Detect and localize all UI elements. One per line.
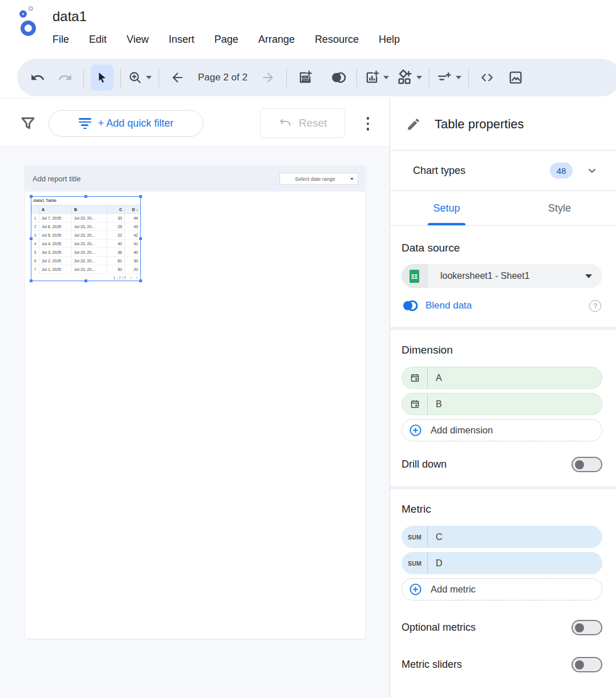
community-visualizations-button[interactable] xyxy=(396,65,422,90)
metric-field-d[interactable]: SUM D xyxy=(402,552,602,574)
toolbar-divider xyxy=(356,68,357,87)
zoom-tool-button[interactable] xyxy=(128,65,152,90)
sum-aggregation-chip[interactable]: SUM xyxy=(402,553,428,574)
metric-field-label: C xyxy=(428,532,443,542)
toolbar: Page 2 of 2 xyxy=(17,59,616,96)
metric-sliders-toggle[interactable] xyxy=(572,657,602,672)
blend-data-link[interactable]: Blend data xyxy=(425,300,472,311)
data-source-chip[interactable]: lookersheet1 - Sheet1 xyxy=(402,264,602,288)
toolbar-divider xyxy=(159,68,159,87)
sum-aggregation-chip[interactable]: SUM xyxy=(402,526,428,547)
dimension-field-b[interactable]: B xyxy=(402,393,602,415)
toolbar-divider xyxy=(286,68,287,87)
dimension-section: Dimension A B Add dimension Drill down xyxy=(390,330,616,472)
resize-handle[interactable] xyxy=(139,195,142,198)
pagination-prev-button[interactable]: ‹ xyxy=(131,276,132,280)
table-widget[interactable]: data1 Table A B C D ↓ 1Jul 7, 2025Jul 23… xyxy=(31,197,140,281)
resize-handle[interactable] xyxy=(139,279,142,282)
undo-button[interactable] xyxy=(26,65,49,90)
redo-button[interactable] xyxy=(54,65,76,90)
resize-handle[interactable] xyxy=(84,195,87,198)
report-header-band: Add report title Select date range xyxy=(25,165,365,192)
pencil-edit-icon xyxy=(406,117,421,132)
dimension-field-a[interactable]: A xyxy=(402,367,602,389)
more-options-button[interactable] xyxy=(363,112,372,135)
optional-metrics-row: Optional metrics xyxy=(402,620,602,635)
menu-page[interactable]: Page xyxy=(214,34,238,46)
menu-insert[interactable]: Insert xyxy=(169,34,194,46)
add-dimension-button[interactable]: Add dimension xyxy=(402,419,602,441)
row-number-header xyxy=(32,205,39,214)
report-title-placeholder[interactable]: Add report title xyxy=(33,174,81,183)
add-quick-filter-label: + Add quick filter xyxy=(98,117,174,129)
add-metric-button[interactable]: Add metric xyxy=(402,578,602,600)
metric-field-label: D xyxy=(428,558,443,569)
chevron-down-icon[interactable] xyxy=(585,164,599,177)
column-header-d[interactable]: D ↓ xyxy=(125,205,141,214)
add-dimension-label: Add dimension xyxy=(431,425,493,436)
column-header-c[interactable]: C xyxy=(107,205,125,214)
column-header-b[interactable]: B xyxy=(72,205,107,214)
add-control-button[interactable] xyxy=(436,65,461,90)
toolbar-divider xyxy=(468,68,469,87)
page-indicator[interactable]: Page 2 of 2 xyxy=(198,72,248,83)
tab-setup[interactable]: Setup xyxy=(390,191,503,225)
report-canvas[interactable]: Add report title Select date range data1… xyxy=(0,148,390,698)
menu-resource[interactable]: Resource xyxy=(315,34,359,46)
toolbar-divider xyxy=(83,68,84,87)
table-widget-title: data1 Table xyxy=(31,197,140,205)
next-page-button[interactable] xyxy=(257,65,279,90)
add-data-icon xyxy=(297,70,313,86)
resize-handle[interactable] xyxy=(139,237,142,240)
looker-studio-logo-icon[interactable] xyxy=(15,6,44,38)
dimension-heading: Dimension xyxy=(402,344,602,356)
select-cursor-icon xyxy=(96,71,108,84)
optional-metrics-label: Optional metrics xyxy=(402,622,476,634)
menu-arrange[interactable]: Arrange xyxy=(258,34,295,46)
logo-ring-large xyxy=(21,21,36,36)
add-image-button[interactable] xyxy=(504,65,527,90)
table-header-row: A B C D ↓ xyxy=(32,205,141,214)
report-page[interactable]: Add report title Select date range data1… xyxy=(25,165,365,639)
table-row: 1Jul 7, 2025Jul 23, 20...3344 xyxy=(32,214,141,222)
add-data-button[interactable] xyxy=(294,65,317,90)
menu-view[interactable]: View xyxy=(127,34,149,46)
menu-file[interactable]: File xyxy=(52,34,69,46)
resize-handle[interactable] xyxy=(30,195,33,198)
pagination-label: 1 - 7 / 7 xyxy=(114,276,126,280)
column-header-a[interactable]: A xyxy=(39,205,72,214)
drill-down-toggle[interactable] xyxy=(572,457,602,472)
logo-ring-medium xyxy=(19,10,27,18)
embed-code-button[interactable] xyxy=(476,65,499,90)
active-tab-underline xyxy=(428,223,465,225)
resize-handle[interactable] xyxy=(30,237,33,240)
date-range-control[interactable]: Select date range xyxy=(279,173,358,185)
add-chart-icon xyxy=(364,70,380,86)
blend-data-button[interactable] xyxy=(327,65,350,90)
chart-types-row[interactable]: Chart types 48 xyxy=(390,151,616,191)
menu-edit[interactable]: Edit xyxy=(89,34,107,46)
report-title[interactable]: data1 xyxy=(52,9,87,25)
pagination-next-button[interactable]: › xyxy=(136,276,137,280)
resize-handle[interactable] xyxy=(84,279,87,282)
select-tool-button[interactable] xyxy=(91,64,114,91)
tab-style[interactable]: Style xyxy=(503,191,616,225)
toggle-knob xyxy=(575,623,584,632)
toolbar-divider xyxy=(429,68,429,87)
metric-section: Metric SUM C SUM D Add metric Optional m… xyxy=(390,489,616,672)
panel-title: Table properties xyxy=(435,117,524,132)
data-source-section: Data source lookersheet1 - Sheet1 Blend … xyxy=(390,226,616,315)
help-icon[interactable]: ? xyxy=(589,300,601,312)
sort-descending-icon: ↓ xyxy=(136,208,139,212)
reset-button[interactable]: Reset xyxy=(260,108,345,138)
resize-handle[interactable] xyxy=(30,279,33,282)
metric-field-c[interactable]: SUM C xyxy=(402,526,602,548)
metric-heading: Metric xyxy=(402,503,602,516)
add-chart-button[interactable] xyxy=(364,65,389,90)
date-range-label: Select date range xyxy=(280,176,350,182)
add-quick-filter-button[interactable]: + Add quick filter xyxy=(48,110,204,137)
optional-metrics-toggle[interactable] xyxy=(572,620,602,635)
menu-help[interactable]: Help xyxy=(379,34,400,46)
toggle-knob xyxy=(575,460,584,469)
previous-page-button[interactable] xyxy=(166,65,189,90)
